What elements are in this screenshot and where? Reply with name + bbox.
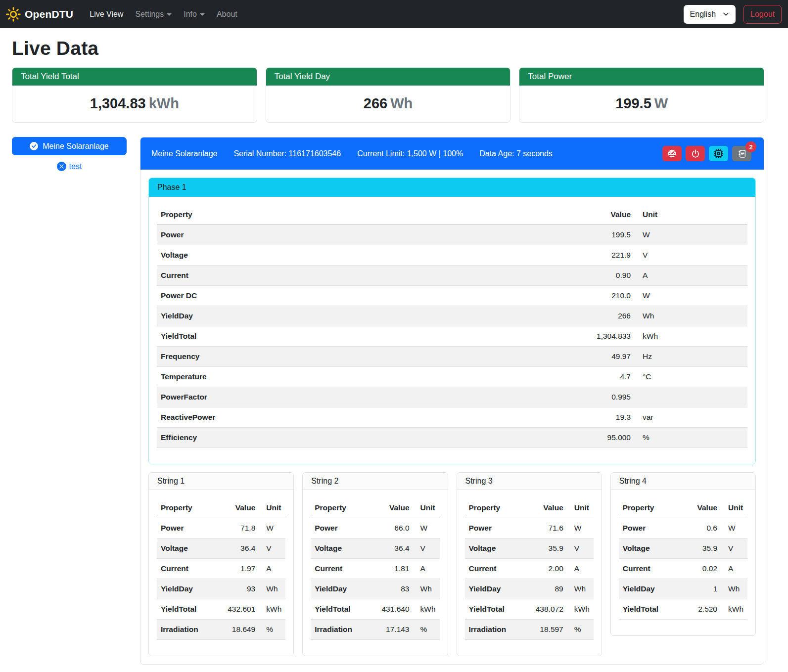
- table-row: Current0.90A: [157, 266, 747, 286]
- limit-settings-button[interactable]: [662, 146, 682, 161]
- column-header-property: Property: [465, 498, 524, 518]
- row-unit: Wh: [567, 579, 594, 599]
- row-value: 19.3: [588, 407, 635, 428]
- row-unit: A: [259, 559, 285, 579]
- table-header-row: Property Value Unit: [157, 205, 747, 225]
- row-unit: var: [635, 407, 747, 428]
- row-value: 93: [216, 579, 259, 599]
- table-row: Power DC210.0W: [157, 286, 747, 306]
- row-property: YieldTotal: [311, 599, 370, 620]
- card-title: Total Yield Day: [266, 68, 510, 86]
- row-value: 438.072: [524, 599, 567, 620]
- row-property: Power: [465, 518, 524, 538]
- row-unit: A: [414, 559, 440, 579]
- row-value: 1: [678, 579, 721, 599]
- row-value: 4.7: [588, 367, 635, 387]
- column-header-unit: Unit: [259, 498, 285, 518]
- cpu-icon: [714, 149, 723, 158]
- nav-item-settings[interactable]: Settings: [131, 6, 176, 23]
- inverter-button-test[interactable]: test: [12, 162, 127, 171]
- event-log-button[interactable]: 2: [732, 146, 751, 161]
- inverter-button-selected[interactable]: Meine Solaranlage: [12, 137, 127, 155]
- logout-button[interactable]: Logout: [743, 5, 782, 24]
- row-unit: Hz: [635, 347, 747, 367]
- journal-text-icon: [738, 149, 746, 158]
- table-row: YieldDay93Wh: [157, 579, 285, 599]
- card-unit: kWh: [149, 95, 179, 111]
- string-panel-title: String 1: [149, 473, 293, 490]
- string-3-panel: String 3 Property Value Unit: [457, 472, 602, 656]
- row-unit: %: [567, 620, 594, 640]
- row-unit: [635, 387, 747, 407]
- nav-item-live-view[interactable]: Live View: [85, 6, 128, 23]
- card-value: 199.5: [615, 95, 651, 111]
- card-unit: W: [654, 95, 668, 111]
- table-row: YieldTotal431.640kWh: [311, 599, 439, 620]
- row-property: PowerFactor: [157, 387, 588, 407]
- inverter-serial: Serial Number: 116171603546: [233, 149, 341, 158]
- string-panel-title: String 2: [303, 473, 447, 490]
- column-header-unit: Unit: [567, 498, 594, 518]
- row-value: 71.6: [524, 518, 567, 538]
- row-property: Power: [157, 225, 588, 245]
- language-select[interactable]: English: [684, 5, 736, 24]
- table-row: ReactivePower19.3var: [157, 407, 747, 428]
- table-row: Voltage221.9V: [157, 245, 747, 266]
- row-property: Current: [465, 559, 524, 579]
- row-value: 2.00: [524, 559, 567, 579]
- row-value: 49.97: [588, 347, 635, 367]
- row-property: Power: [619, 518, 678, 538]
- table-row: YieldDay89Wh: [465, 579, 594, 599]
- power-button[interactable]: [686, 146, 705, 161]
- table-header-row: Property Value Unit: [619, 498, 747, 518]
- column-header-value: Value: [216, 498, 259, 518]
- table-header-row: Property Value Unit: [465, 498, 594, 518]
- table-row: Frequency49.97Hz: [157, 347, 747, 367]
- card-unit: Wh: [390, 95, 413, 111]
- page-title: Live Data: [12, 38, 764, 59]
- brand[interactable]: OpenDTU: [6, 7, 73, 22]
- gauge-icon: [667, 149, 677, 158]
- radio-statistics-button[interactable]: [709, 146, 728, 161]
- table-row: YieldTotal2.520kWh: [619, 599, 747, 620]
- column-header-property: Property: [157, 205, 588, 225]
- table-row: Current1.81A: [311, 559, 439, 579]
- row-unit: Wh: [414, 579, 440, 599]
- nav-item-info[interactable]: Info: [179, 6, 209, 23]
- row-unit: V: [414, 538, 440, 559]
- table-row: Current1.97A: [157, 559, 285, 579]
- row-unit: A: [635, 266, 747, 286]
- table-row: Efficiency95.000%: [157, 428, 747, 448]
- row-unit: kWh: [567, 599, 594, 620]
- table-row: Current2.00A: [465, 559, 594, 579]
- row-unit: %: [635, 428, 747, 448]
- row-value: 18.597: [524, 620, 567, 640]
- row-unit: Wh: [635, 306, 747, 326]
- row-property: Power: [157, 518, 216, 538]
- card-value: 1,304.83: [90, 95, 146, 111]
- row-unit: A: [567, 559, 594, 579]
- string-1-table: Property Value Unit Power71.8WVoltage36.…: [157, 498, 285, 640]
- row-property: YieldTotal: [157, 326, 588, 347]
- row-value: 95.000: [588, 428, 635, 448]
- column-header-property: Property: [311, 498, 370, 518]
- row-value: 431.640: [370, 599, 414, 620]
- row-property: YieldDay: [465, 579, 524, 599]
- row-property: Power DC: [157, 286, 588, 306]
- row-property: Irradiation: [311, 620, 370, 640]
- brand-title: OpenDTU: [25, 8, 73, 20]
- row-value: 1,304.833: [588, 326, 635, 347]
- phase-panel-title: Phase 1: [149, 178, 755, 197]
- table-row: Power0.6W: [619, 518, 747, 538]
- inverter-card: Meine Solaranlage Serial Number: 1161716…: [140, 137, 764, 665]
- row-unit: kWh: [635, 326, 747, 347]
- table-row: PowerFactor0.995: [157, 387, 747, 407]
- row-property: YieldTotal: [619, 599, 678, 620]
- row-value: 18.649: [216, 620, 259, 640]
- row-property: Voltage: [157, 245, 588, 266]
- inverter-card-header: Meine Solaranlage Serial Number: 1161716…: [140, 137, 764, 170]
- row-value: 0.995: [588, 387, 635, 407]
- table-row: Voltage35.9V: [619, 538, 747, 559]
- row-unit: V: [635, 245, 747, 266]
- nav-item-about[interactable]: About: [212, 6, 242, 23]
